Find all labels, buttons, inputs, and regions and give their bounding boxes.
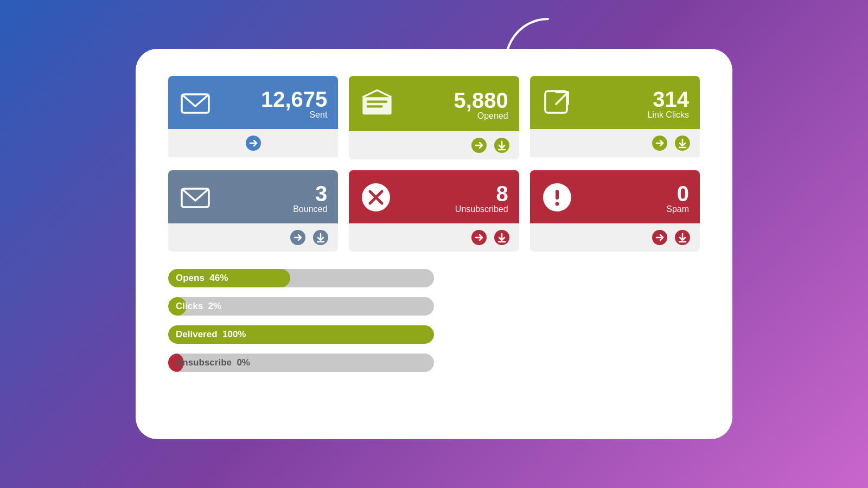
bounced-label: Bounced <box>293 204 327 214</box>
unsubscribed-count: 8 <box>496 183 508 204</box>
unsubscribed-download-icon[interactable] <box>493 229 510 246</box>
svg-rect-4 <box>367 101 387 103</box>
link-clicks-download-icon[interactable] <box>674 134 691 152</box>
progress-row-unsubscribe: Unsubscribe 0% <box>168 354 700 372</box>
metric-top-spam: 0 Spam <box>530 170 700 223</box>
link-clicks-label: Link Clicks <box>648 110 689 120</box>
spam-count: 0 <box>677 183 689 204</box>
bounced-values: 3 Bounced <box>220 183 327 214</box>
progress-row-opens: Opens 46% <box>168 269 700 287</box>
clicks-bar-container: Clicks 2% <box>168 297 434 316</box>
metric-top-unsubscribed: 8 Unsubscribed <box>349 170 519 223</box>
metric-top-bounced: 3 Bounced <box>168 170 338 223</box>
envelope-icon <box>179 87 212 121</box>
metric-top-link-clicks: 314 Link Clicks <box>530 76 700 129</box>
unsubscribed-values: 8 Unsubscribed <box>401 183 508 214</box>
unsubscribe-bar-fill: Unsubscribe 0% <box>168 354 183 372</box>
sent-label: Sent <box>309 110 327 120</box>
opens-bar-label: Opens 46% <box>176 273 228 284</box>
opened-label: Opened <box>477 111 508 121</box>
svg-point-26 <box>555 202 559 206</box>
clicks-bar-fill: Clicks 2% <box>168 297 187 316</box>
spam-bottom <box>530 223 700 252</box>
opened-values: 5,880 Opened <box>403 89 508 121</box>
opens-bar-container: Opens 46% <box>168 269 434 287</box>
sent-count: 12,675 <box>261 88 327 110</box>
link-clicks-count: 314 <box>653 88 689 110</box>
x-circle-icon <box>360 181 392 216</box>
metric-card-bounced: 3 Bounced <box>168 170 338 252</box>
bounced-bottom <box>168 223 338 252</box>
opened-download-icon[interactable] <box>493 137 510 154</box>
delivered-bar-container: Delivered 100% <box>168 325 434 344</box>
annotation-arrow <box>494 14 559 73</box>
progress-section: Opens 46% Clicks 2% Delivered 100% <box>168 269 700 372</box>
unsubscribed-label: Unsubscribed <box>455 204 508 214</box>
progress-row-clicks: Clicks 2% <box>168 297 700 316</box>
spam-label: Spam <box>666 204 689 214</box>
exclaim-circle-icon <box>541 181 573 216</box>
svg-rect-9 <box>545 91 567 113</box>
metric-card-unsubscribed: 8 Unsubscribed <box>349 170 519 252</box>
link-clicks-arrow-icon[interactable] <box>651 134 668 152</box>
sent-arrow-icon[interactable] <box>245 134 262 152</box>
metric-card-link-clicks: 314 Link Clicks <box>530 76 700 159</box>
bounced-envelope-icon <box>179 181 212 216</box>
metric-card-opened: 5,880 Opened <box>349 76 519 159</box>
envelope-open-icon <box>360 87 394 124</box>
svg-rect-25 <box>556 190 559 200</box>
progress-row-delivered: Delivered 100% <box>168 325 700 344</box>
metrics-grid: 12,675 Sent <box>168 76 700 252</box>
unsubscribed-arrow-icon[interactable] <box>470 229 488 246</box>
metric-top-opened: 5,880 Opened <box>349 76 519 131</box>
spam-arrow-icon[interactable] <box>651 229 668 246</box>
spam-values: 0 Spam <box>582 183 689 214</box>
opened-bottom <box>349 131 519 159</box>
unsubscribe-bar-label: Unsubscribe 0% <box>176 357 250 368</box>
link-clicks-bottom <box>530 129 700 157</box>
unsubscribed-bottom <box>349 223 519 252</box>
spam-download-icon[interactable] <box>674 229 691 246</box>
delivered-bar-fill: Delivered 100% <box>168 325 434 344</box>
opened-count: 5,880 <box>454 89 508 111</box>
svg-rect-5 <box>367 105 383 107</box>
link-clicks-values: 314 Link Clicks <box>582 88 689 120</box>
bounced-download-icon[interactable] <box>312 229 329 246</box>
metric-top-sent: 12,675 Sent <box>168 76 338 129</box>
metric-card-sent: 12,675 Sent <box>168 76 338 159</box>
bounced-arrow-icon[interactable] <box>289 229 307 246</box>
link-icon <box>541 87 573 121</box>
main-card: Inboxing metrics 12,675 Sent <box>136 49 732 439</box>
unsubscribe-bar-container: Unsubscribe 0% <box>168 354 434 372</box>
sent-bottom <box>168 129 338 157</box>
delivered-bar-label: Delivered 100% <box>176 329 246 340</box>
bounced-count: 3 <box>315 183 327 204</box>
metric-card-spam: 0 Spam <box>530 170 700 252</box>
opens-bar-fill: Opens 46% <box>168 269 290 287</box>
opened-arrow-icon[interactable] <box>470 137 488 154</box>
clicks-bar-label: Clicks 2% <box>176 301 221 312</box>
sent-values: 12,675 Sent <box>220 88 327 120</box>
